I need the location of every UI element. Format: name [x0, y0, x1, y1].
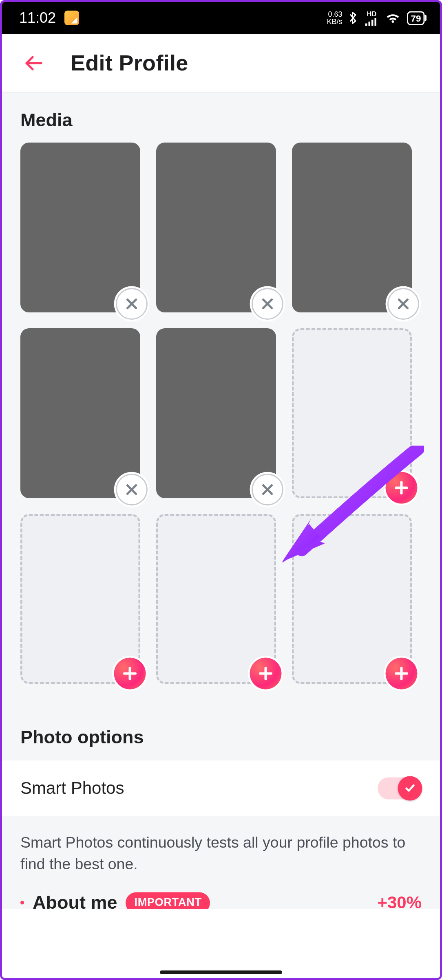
close-icon — [260, 297, 275, 311]
bullet-icon — [20, 901, 24, 905]
smart-photos-toggle[interactable] — [378, 778, 422, 800]
about-me-row[interactable]: About me IMPORTANT +30% — [2, 882, 440, 909]
gesture-bar[interactable] — [160, 971, 282, 974]
plus-icon — [393, 666, 409, 681]
media-slot-7-empty[interactable] — [20, 514, 140, 684]
smart-photos-label: Smart Photos — [20, 779, 124, 798]
media-section-title: Media — [2, 92, 440, 143]
remove-photo-button-3[interactable] — [387, 288, 419, 320]
add-photo-button-8[interactable] — [250, 658, 282, 690]
add-photo-button-6[interactable] — [386, 472, 418, 504]
check-icon — [404, 782, 416, 795]
plus-icon — [393, 480, 409, 496]
media-slot-1[interactable] — [20, 143, 140, 312]
add-photo-button-7[interactable] — [114, 658, 146, 690]
important-pill: IMPORTANT — [126, 892, 210, 909]
media-slot-9-empty[interactable] — [292, 514, 412, 684]
remove-photo-button-4[interactable] — [116, 474, 148, 505]
profile-photo-1 — [20, 143, 140, 312]
media-slot-4[interactable] — [20, 328, 140, 498]
photo-options-section-title: Photo options — [2, 708, 440, 760]
arrow-left-icon — [23, 52, 45, 74]
smart-photos-description: Smart Photos continuously tests all your… — [2, 817, 440, 882]
media-slot-6-empty[interactable] — [292, 328, 412, 498]
battery-indicator: 79 — [407, 11, 424, 25]
status-time: 11:02 — [19, 9, 56, 26]
back-button[interactable] — [20, 49, 47, 76]
wifi-icon — [385, 12, 401, 24]
add-photo-button-9[interactable] — [386, 658, 418, 690]
close-icon — [124, 297, 139, 311]
smart-photos-row: Smart Photos — [2, 760, 440, 817]
about-me-label: About me — [33, 892, 117, 909]
close-icon — [260, 482, 275, 497]
close-icon — [396, 297, 411, 311]
media-slot-8-empty[interactable] — [156, 514, 276, 684]
media-slot-3[interactable] — [292, 143, 412, 312]
media-slot-5[interactable] — [156, 328, 276, 498]
page-title: Edit Profile — [71, 50, 188, 76]
notification-app-icon — [64, 11, 79, 25]
profile-photo-3 — [292, 143, 412, 312]
header: Edit Profile — [2, 34, 440, 92]
plus-icon — [258, 666, 274, 681]
plus-icon — [122, 666, 138, 681]
status-bar: 11:02 0.63 KB/s HD 79 — [2, 2, 440, 34]
close-icon — [124, 482, 139, 497]
remove-photo-button-5[interactable] — [252, 474, 283, 505]
media-grid — [2, 143, 440, 708]
about-me-percent: +30% — [377, 893, 422, 909]
profile-photo-4 — [20, 328, 140, 498]
profile-photo-2 — [156, 143, 276, 312]
media-slot-2[interactable] — [156, 143, 276, 312]
profile-photo-5 — [156, 328, 276, 498]
signal-hd-icon: HD — [364, 10, 379, 26]
remove-photo-button-1[interactable] — [116, 288, 148, 320]
remove-photo-button-2[interactable] — [252, 288, 283, 320]
content-scroll[interactable]: Media — [2, 92, 440, 909]
bluetooth-icon — [348, 11, 358, 25]
status-network-speed: 0.63 KB/s — [327, 11, 342, 25]
